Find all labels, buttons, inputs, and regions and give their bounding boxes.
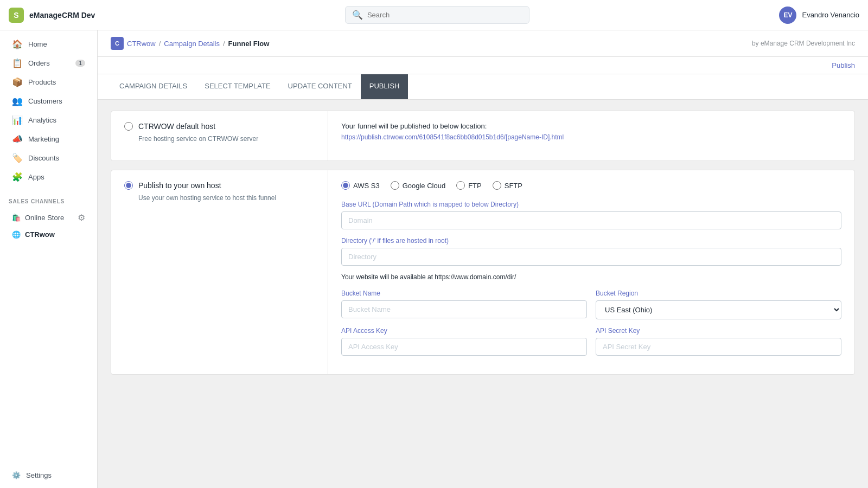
topbar: S eManageCRM Dev 🔍 EV Evandro Venancio — [0, 0, 868, 30]
ftp-radio[interactable] — [456, 181, 465, 190]
bucket-name-field-group: Bucket Name — [341, 290, 587, 319]
api-keys-row: API Access Key API Secret Key — [341, 327, 841, 363]
custom-host-left: Publish to your own host Use your own ho… — [111, 170, 328, 374]
orders-badge: 1 — [75, 60, 85, 67]
breadcrumb: C CTRwow / Campaign Details / Funnel Flo… — [111, 37, 269, 50]
ftp-label: FTP — [468, 182, 482, 190]
tab-publish[interactable]: PUBLISH — [361, 74, 409, 99]
search-input[interactable] — [367, 11, 522, 19]
breadcrumb-part1[interactable]: CTRwow — [127, 40, 156, 48]
sidebar-label-products: Products — [28, 78, 56, 86]
custom-host-right: AWS S3 Google Cloud FTP SFTP — [328, 170, 854, 374]
apps-icon: 🧩 — [12, 172, 23, 182]
sftp-label: SFTP — [505, 182, 522, 190]
sidebar-label-settings: Settings — [26, 471, 52, 479]
tab-bar: CAMPAIGN DETAILS SELECT TEMPLATE UPDATE … — [98, 74, 868, 100]
sidebar-item-orders[interactable]: 📋 Orders 1 — [3, 54, 94, 73]
publish-link[interactable]: Publish — [832, 61, 855, 69]
directory-label: Directory ('/' if files are hosted in ro… — [341, 237, 841, 245]
topbar-left: S eManageCRM Dev — [9, 8, 95, 23]
page-header-by: by eManage CRM Development Inc — [752, 40, 855, 47]
default-host-description: Free hosting service on CTRWOW server — [124, 135, 315, 143]
google-label: Google Cloud — [403, 182, 446, 190]
analytics-icon: 📊 — [12, 115, 23, 125]
shopify-logo: S — [9, 8, 24, 23]
default-host-radio[interactable] — [124, 122, 133, 131]
store-title: eManageCRM Dev — [29, 11, 95, 20]
default-host-section: CTRWOW default host Free hosting service… — [111, 111, 855, 161]
publish-url: https://publish.ctrwow.com/6108541f8ac6b… — [341, 133, 841, 141]
settings-icon: ⚙️ — [12, 471, 21, 479]
search-bar[interactable]: 🔍 — [345, 6, 529, 24]
cloud-option-aws[interactable]: AWS S3 — [341, 181, 380, 190]
aws-radio[interactable] — [341, 181, 350, 190]
sidebar-label-customers: Customers — [28, 97, 62, 105]
custom-host-label: Publish to your own host — [138, 181, 221, 190]
default-host-option[interactable]: CTRWOW default host — [124, 122, 315, 131]
custom-host-option[interactable]: Publish to your own host — [124, 181, 315, 190]
sidebar-item-settings[interactable]: ⚙️ Settings — [3, 467, 94, 484]
sidebar-item-home[interactable]: 🏠 Home — [3, 35, 94, 54]
sidebar-label-marketing: Marketing — [28, 135, 59, 143]
breadcrumb-part2[interactable]: Campaign Details — [164, 40, 220, 48]
breadcrumb-sep2: / — [223, 40, 225, 48]
bucket-name-label: Bucket Name — [341, 290, 587, 297]
channel-name-ctrwow: 🌐 CTRwow — [12, 230, 55, 239]
sidebar: 🏠 Home 📋 Orders 1 📦 Products 👥 Customers… — [0, 30, 98, 488]
sidebar-label-apps: Apps — [28, 173, 44, 181]
customers-icon: 👥 — [12, 96, 23, 106]
google-radio[interactable] — [391, 181, 399, 190]
secondary-header: Publish — [98, 57, 868, 74]
breadcrumb-sep1: / — [159, 40, 161, 48]
bucket-region-select[interactable]: US East (Ohio) US East (N. Virginia) US … — [596, 300, 841, 319]
api-secret-key-input[interactable] — [596, 338, 841, 356]
base-url-field-group: Base URL (Domain Path which is mapped to… — [341, 201, 841, 229]
discounts-icon: 🏷️ — [12, 153, 23, 163]
main-layout: 🏠 Home 📋 Orders 1 📦 Products 👥 Customers… — [0, 30, 868, 488]
base-url-input[interactable] — [341, 211, 841, 229]
cloud-option-ftp[interactable]: FTP — [456, 181, 482, 190]
sidebar-item-discounts[interactable]: 🏷️ Discounts — [3, 149, 94, 168]
sidebar-item-apps[interactable]: 🧩 Apps — [3, 168, 94, 187]
sidebar-item-analytics[interactable]: 📊 Analytics — [3, 111, 94, 130]
cloud-option-google[interactable]: Google Cloud — [391, 181, 446, 190]
cloud-options: AWS S3 Google Cloud FTP SFTP — [341, 181, 841, 190]
channel-name-online-store: 🛍️ Online Store — [12, 214, 64, 222]
bucket-region-field-group: Bucket Region US East (Ohio) US East (N.… — [596, 290, 841, 319]
api-secret-key-field-group: API Secret Key — [596, 327, 841, 356]
api-access-key-input[interactable] — [341, 338, 587, 356]
sidebar-item-products[interactable]: 📦 Products — [3, 73, 94, 92]
cloud-option-sftp[interactable]: SFTP — [493, 181, 522, 190]
online-store-settings-icon[interactable]: ⚙ — [78, 213, 85, 223]
tab-select-template[interactable]: SELECT TEMPLATE — [196, 74, 279, 99]
sidebar-item-marketing[interactable]: 📣 Marketing — [3, 130, 94, 149]
publish-info-text: Your funnel will be published to below l… — [341, 122, 841, 130]
sidebar-label-discounts: Discounts — [28, 154, 59, 162]
custom-host-description: Use your own hosting service to host thi… — [124, 194, 315, 202]
sidebar-item-customers[interactable]: 👥 Customers — [3, 92, 94, 111]
base-url-label: Base URL (Domain Path which is mapped to… — [341, 201, 841, 208]
directory-field-group: Directory ('/' if files are hosted in ro… — [341, 237, 841, 266]
custom-host-radio[interactable] — [124, 181, 133, 190]
tab-campaign-details[interactable]: CAMPAIGN DETAILS — [111, 74, 196, 99]
ctrwow-icon: 🌐 — [12, 230, 21, 239]
api-access-key-field-group: API Access Key — [341, 327, 587, 356]
default-host-right: Your funnel will be published to below l… — [328, 111, 854, 160]
home-icon: 🏠 — [12, 39, 23, 49]
api-secret-key-label: API Secret Key — [596, 327, 841, 335]
directory-input[interactable] — [341, 248, 841, 266]
store-icon: 🛍️ — [12, 214, 21, 222]
sidebar-item-online-store[interactable]: 🛍️ Online Store ⚙ — [3, 209, 94, 227]
sales-channels-title: SALES CHANNELS — [0, 193, 97, 207]
publish-info: Your funnel will be published to below l… — [341, 122, 841, 141]
user-name: Evandro Venancio — [802, 11, 859, 19]
breadcrumb-current: Funnel Flow — [228, 40, 270, 48]
sidebar-label-orders: Orders — [28, 59, 50, 67]
topbar-right: EV Evandro Venancio — [779, 7, 859, 24]
bucket-name-input[interactable] — [341, 300, 587, 318]
orders-icon: 📋 — [12, 58, 23, 68]
products-icon: 📦 — [12, 77, 23, 87]
tab-update-content[interactable]: UPDATE CONTENT — [279, 74, 361, 99]
sftp-radio[interactable] — [493, 181, 501, 190]
sidebar-item-ctrwow[interactable]: 🌐 CTRwow — [3, 227, 94, 242]
